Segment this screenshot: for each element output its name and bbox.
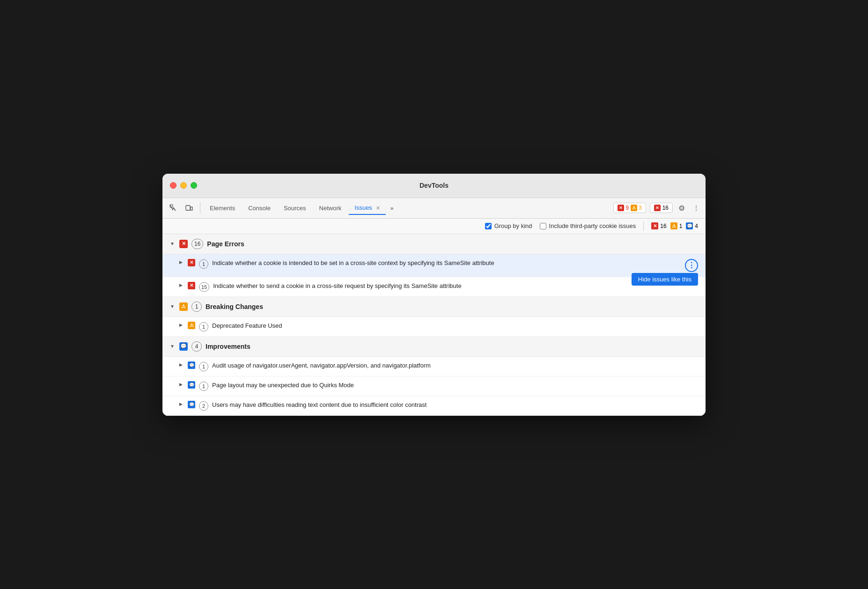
breaking-changes-count: 1 [191,302,202,312]
device-toggle-button[interactable] [182,201,196,215]
improvements-icon: 💬 [179,342,188,351]
issue-1-text: Indicate whether a cookie is intended to… [212,259,681,267]
issue-row-3[interactable]: ▶ ⚠ 1 Deprecated Feature Used [162,317,706,337]
improvements-chevron: ▼ [170,344,176,349]
issue-5-text: Page layout may be unexpected due to Qui… [212,381,698,390]
more-tabs-button[interactable]: » [388,203,397,214]
issue-1-options-container: ⋮ Hide issues like this [685,259,698,272]
issue-6-chevron: ▶ [179,402,184,406]
issue-4-icon: 💬 [188,361,195,369]
tab-close-icon[interactable]: ✕ [376,205,380,211]
page-errors-count: 16 [191,239,203,249]
toolbar: Elements Console Sources Network Issues … [162,198,706,219]
filter-badges: ✕ 16 ⚠ 1 💬 4 [651,222,698,229]
page-errors-icon: ✕ [179,240,188,248]
section-improvements[interactable]: ▼ 💬 4 Improvements [162,337,706,357]
issues-badge[interactable]: ✕ 16 [650,203,673,213]
third-party-checkbox-label[interactable]: Include third-party cookie issues [540,222,636,229]
issue-1-chevron: ▶ [179,260,184,265]
section-page-errors[interactable]: ▼ ✕ 16 Page Errors [162,234,706,254]
issue-row-5[interactable]: ▶ 💬 1 Page layout may be unexpected due … [162,376,706,396]
issue-5-chevron: ▶ [179,382,184,387]
window-title: DevTools [419,182,449,189]
breaking-changes-chevron: ▼ [170,304,176,309]
issue-6-count: 2 [199,401,208,411]
filter-warning-badge[interactable]: ⚠ 1 [670,222,683,229]
filter-info-icon: 💬 [686,222,693,229]
tab-network[interactable]: Network [314,202,347,214]
section-breaking-changes[interactable]: ▼ ⚠ 1 Breaking Changes [162,297,706,317]
issue-row-1[interactable]: ▶ ✕ 1 Indicate whether a cookie is inten… [162,254,706,277]
toolbar-divider-1 [200,202,200,214]
svg-rect-1 [186,206,190,210]
page-errors-chevron: ▼ [170,241,176,246]
maximize-button[interactable] [191,182,197,189]
error-badge: ✕ 9 [618,205,629,211]
issue-4-count: 1 [199,362,208,371]
svg-rect-2 [191,207,192,210]
tab-elements[interactable]: Elements [204,202,241,214]
issue-5-icon: 💬 [188,381,195,389]
improvements-title: Improvements [206,343,250,350]
issue-2-icon: ✕ [188,282,195,289]
issue-3-icon: ⚠ [188,322,195,329]
error-icon: ✕ [618,205,624,211]
filter-warning-icon: ⚠ [670,222,677,229]
filter-info-badge[interactable]: 💬 4 [686,222,698,229]
titlebar: DevTools [162,174,706,198]
issue-row-4[interactable]: ▶ 💬 1 Audit usage of navigator.userAgent… [162,357,706,376]
issue-1-icon: ✕ [188,259,195,266]
group-by-kind-checkbox[interactable] [485,223,492,229]
traffic-lights [170,182,197,189]
issue-6-text: Users may have difficulties reading text… [212,401,698,409]
improvements-count: 4 [191,341,202,352]
settings-button[interactable]: ⚙ [675,201,689,215]
issue-row-6[interactable]: ▶ 💬 2 Users may have difficulties readin… [162,396,706,416]
issue-row-2[interactable]: ▶ ✕ 15 Indicate whether to send a cookie… [162,277,706,297]
page-errors-title: Page Errors [207,240,244,248]
warning-badge: ⚠ 3 [631,205,642,211]
group-by-kind-checkbox-label[interactable]: Group by kind [485,222,532,229]
issue-2-chevron: ▶ [179,283,184,287]
issues-error-icon: ✕ [654,205,661,211]
issue-6-icon: 💬 [188,401,195,408]
issue-3-chevron: ▶ [179,323,184,327]
tab-issues[interactable]: Issues ✕ [349,201,385,215]
hide-issues-tooltip[interactable]: Hide issues like this [632,273,698,286]
issue-2-count: 15 [199,282,209,292]
more-options-button[interactable]: ⋮ [691,201,702,215]
issue-1-count: 1 [199,259,208,269]
breaking-changes-title: Breaking Changes [206,303,263,310]
issue-2-text: Indicate whether to send a cookie in a c… [213,282,698,290]
filter-error-icon: ✕ [651,222,658,229]
filter-error-badge[interactable]: ✕ 16 [651,222,666,229]
tab-sources[interactable]: Sources [278,202,312,214]
filter-bar: Group by kind Include third-party cookie… [162,219,706,234]
devtools-window: DevTools Elements Console Sources Networ… [162,174,706,416]
issue-5-count: 1 [199,382,208,391]
issue-1-more-options-button[interactable]: ⋮ [685,259,698,272]
inspect-element-button[interactable] [166,201,180,215]
tab-console[interactable]: Console [243,202,276,214]
issue-4-chevron: ▶ [179,362,184,367]
warning-icon: ⚠ [631,205,637,211]
close-button[interactable] [170,182,177,189]
issues-content: ▼ ✕ 16 Page Errors ▶ ✕ 1 Indicate whethe… [162,234,706,416]
third-party-checkbox[interactable] [540,223,546,229]
issue-3-count: 1 [199,322,208,331]
issue-4-text: Audit usage of navigator.userAgent, navi… [212,361,698,370]
breaking-changes-icon: ⚠ [179,302,188,311]
error-warning-badge[interactable]: ✕ 9 ⚠ 3 [613,203,646,213]
issue-3-text: Deprecated Feature Used [212,322,698,330]
filter-divider [643,221,644,231]
minimize-button[interactable] [180,182,187,189]
